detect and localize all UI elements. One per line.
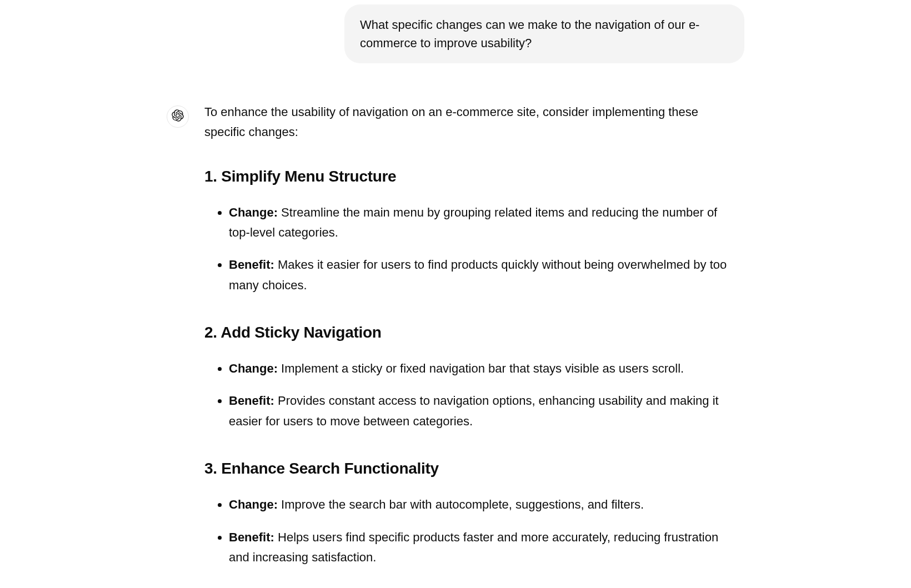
section-heading-3: 3. Enhance Search Functionality — [204, 456, 738, 481]
section-number: 1. — [204, 168, 217, 185]
item-label: Benefit: — [229, 394, 274, 408]
assistant-content: To enhance the usability of navigation o… — [204, 102, 738, 588]
list-item: Benefit: Helps users find specific produ… — [229, 527, 738, 568]
item-text: Helps users find specific products faste… — [229, 530, 718, 564]
section-number: 2. — [204, 324, 217, 341]
assistant-intro-text: To enhance the usability of navigation o… — [204, 102, 738, 143]
section-number: 3. — [204, 460, 217, 477]
openai-logo-icon — [172, 109, 184, 124]
user-message-text: What specific changes can we make to the… — [360, 18, 699, 50]
section-title-text: Simplify Menu Structure — [221, 168, 396, 185]
list-item: Change: Implement a sticky or fixed navi… — [229, 359, 738, 379]
user-message-bubble: What specific changes can we make to the… — [344, 4, 744, 63]
section-title-text: Enhance Search Functionality — [221, 460, 438, 477]
item-label: Benefit: — [229, 530, 274, 544]
section-heading-1: 1. Simplify Menu Structure — [204, 164, 738, 189]
item-label: Change: — [229, 497, 278, 511]
section-2-list: Change: Implement a sticky or fixed navi… — [204, 359, 738, 431]
section-1-list: Change: Streamline the main menu by grou… — [204, 203, 738, 295]
section-title-text: Add Sticky Navigation — [221, 324, 381, 341]
item-text: Provides constant access to navigation o… — [229, 394, 719, 428]
assistant-message-row: To enhance the usability of navigation o… — [167, 102, 744, 588]
item-text: Implement a sticky or fixed navigation b… — [278, 361, 684, 375]
chat-container: What specific changes can we make to the… — [156, 4, 755, 588]
list-item: Benefit: Makes it easier for users to fi… — [229, 255, 738, 295]
section-3-list: Change: Improve the search bar with auto… — [204, 495, 738, 567]
item-text: Makes it easier for users to find produc… — [229, 258, 727, 292]
item-text: Improve the search bar with autocomplete… — [278, 497, 644, 511]
list-item: Change: Streamline the main menu by grou… — [229, 203, 738, 243]
assistant-avatar — [167, 105, 189, 128]
list-item: Benefit: Provides constant access to nav… — [229, 391, 738, 431]
item-label: Change: — [229, 361, 278, 375]
list-item: Change: Improve the search bar with auto… — [229, 495, 738, 515]
item-label: Benefit: — [229, 258, 274, 272]
item-label: Change: — [229, 205, 278, 219]
section-heading-2: 2. Add Sticky Navigation — [204, 320, 738, 345]
item-text: Streamline the main menu by grouping rel… — [229, 205, 717, 239]
